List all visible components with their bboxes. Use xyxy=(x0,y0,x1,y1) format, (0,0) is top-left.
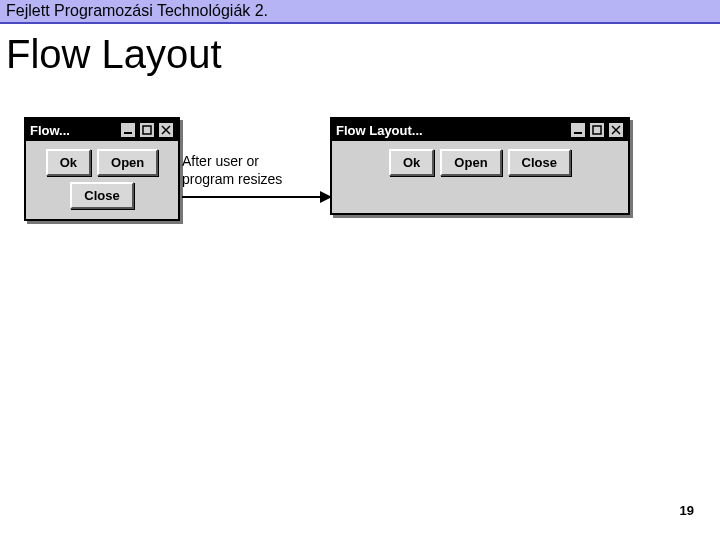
open-button[interactable]: Open xyxy=(97,149,158,176)
close-button[interactable]: Close xyxy=(70,182,133,209)
svg-rect-0 xyxy=(124,132,132,134)
page-number: 19 xyxy=(680,503,694,518)
titlebar: Flow Layout... xyxy=(332,119,628,141)
minimize-icon[interactable] xyxy=(120,122,136,138)
caption-line1: After user or xyxy=(182,153,259,169)
close-icon[interactable] xyxy=(608,122,624,138)
svg-rect-1 xyxy=(143,126,151,134)
ok-button[interactable]: Ok xyxy=(46,149,91,176)
maximize-icon[interactable] xyxy=(589,122,605,138)
window-body: Ok Open Close xyxy=(332,141,628,213)
flow-window-narrow: Flow... Ok Open Close xyxy=(24,117,180,221)
slide-header: Fejlett Programozási Technológiák 2. xyxy=(0,0,720,24)
demo-area: Flow... Ok Open Close After user or prog… xyxy=(0,117,720,287)
flow-window-wide: Flow Layout... Ok Open Close xyxy=(330,117,630,215)
window-title: Flow Layout... xyxy=(336,123,567,138)
window-body: Ok Open Close xyxy=(26,141,178,219)
resize-arrow: After user or program resizes xyxy=(182,153,330,198)
caption-line2: program resizes xyxy=(182,171,282,187)
arrow-icon xyxy=(182,196,330,198)
svg-rect-4 xyxy=(574,132,582,134)
open-button[interactable]: Open xyxy=(440,149,501,176)
slide-title: Flow Layout xyxy=(6,32,714,77)
ok-button[interactable]: Ok xyxy=(389,149,434,176)
titlebar: Flow... xyxy=(26,119,178,141)
arrow-caption: After user or program resizes xyxy=(182,153,330,188)
window-title: Flow... xyxy=(30,123,117,138)
maximize-icon[interactable] xyxy=(139,122,155,138)
minimize-icon[interactable] xyxy=(570,122,586,138)
close-icon[interactable] xyxy=(158,122,174,138)
close-button[interactable]: Close xyxy=(508,149,571,176)
svg-rect-5 xyxy=(593,126,601,134)
